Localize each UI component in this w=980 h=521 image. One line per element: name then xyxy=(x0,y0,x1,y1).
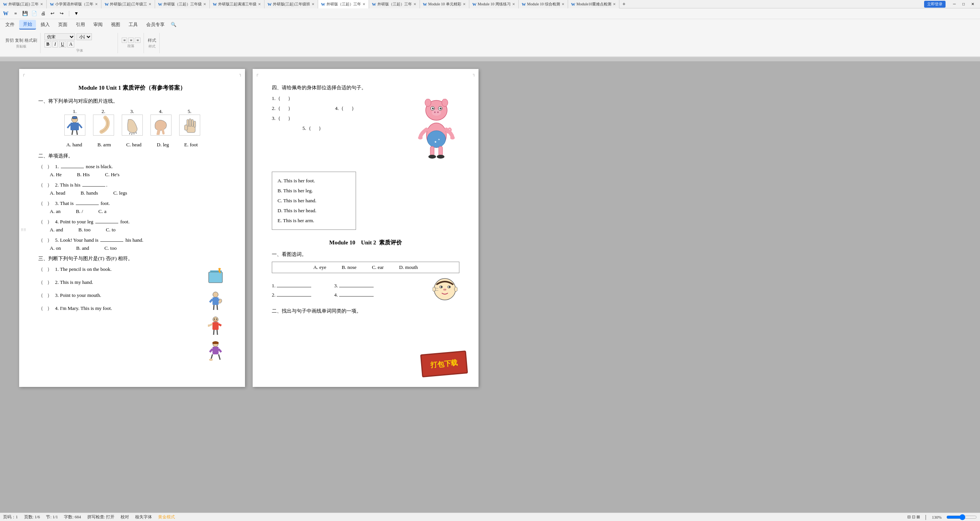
tab-4[interactable]: W 外研版（三起）三年级 ✕ xyxy=(155,0,210,8)
status-right: ⊟ ⊡ ⊠ │ 130% xyxy=(907,514,977,520)
tab-11[interactable]: W Module 10 综合检测 ✕ xyxy=(519,0,568,8)
mc-item-5: （ ） 5. Look! Your hand is his hand. A. o… xyxy=(38,237,226,251)
menu-tools[interactable]: 工具 xyxy=(125,20,142,29)
login-button[interactable]: 立即登录 xyxy=(924,1,946,8)
restore-button[interactable]: □ xyxy=(960,1,967,7)
fill-area: 1. 3. 2. 4. xyxy=(272,277,459,304)
word-select-box: A. eye B. nose C. ear D. mouth xyxy=(272,262,459,273)
svg-point-46 xyxy=(433,108,434,108)
tab-7[interactable]: W 外研版（三起）三年 ✕ xyxy=(318,0,369,8)
new-tab-button[interactable]: + xyxy=(619,0,629,8)
vocab-picture-row: 1. xyxy=(38,108,226,137)
undo-btn[interactable]: ↩ xyxy=(48,10,57,18)
vocab-item-3: 3. xyxy=(122,108,143,137)
svg-point-52 xyxy=(442,99,448,106)
svg-point-70 xyxy=(445,289,446,290)
right-page-corner-left: ┌ xyxy=(256,72,258,76)
new-btn[interactable]: 📄 xyxy=(30,10,38,18)
svg-line-8 xyxy=(132,133,132,135)
tab-10[interactable]: W Module 10 周练练习 ✕ xyxy=(469,0,519,8)
vocab-img-3 xyxy=(122,115,143,136)
quick-access-bar: W ≡ 💾 📄 🖨 ↩ ↪ │ ▼ xyxy=(0,8,980,19)
tab-bar: W 外研版(三起) 三年 ✕ W 小学英语外研版（三年 ✕ W 外研版(三起)三… xyxy=(0,0,924,8)
svg-point-56 xyxy=(450,136,455,139)
vocab-item-5: 5. xyxy=(179,108,200,137)
figure-mouth xyxy=(205,316,226,337)
right-page-corner-right: ┐ xyxy=(473,72,475,76)
svg-line-3 xyxy=(67,124,70,128)
tab-1[interactable]: W 外研版(三起) 三年 ✕ xyxy=(0,0,47,8)
svg-line-10 xyxy=(136,132,136,134)
mc-item-2: （ ） 2. This is his . A. head B. hands C.… xyxy=(38,182,226,196)
mc-item-4: （ ） 4. Point to your leg foot. A. and B.… xyxy=(38,218,226,233)
svg-point-67 xyxy=(449,286,450,288)
menu-view[interactable]: 视图 xyxy=(107,20,124,29)
answer-D: D. leg xyxy=(157,142,169,148)
zoom-slider[interactable] xyxy=(946,514,977,520)
page-corner-right: ┐ xyxy=(239,72,242,76)
menu-review[interactable]: 审阅 xyxy=(90,20,106,29)
svg-rect-14 xyxy=(191,120,193,126)
figure-hand xyxy=(205,291,226,312)
tab-5[interactable]: W 外研版三起满浦三年级 ✕ xyxy=(210,0,265,8)
status-section: 节: 1/1 xyxy=(46,514,58,520)
status-mode: 黄金模式 xyxy=(158,514,175,520)
redo-btn[interactable]: ↪ xyxy=(57,10,66,18)
svg-rect-15 xyxy=(194,121,196,127)
answer-A: A. hand xyxy=(66,142,82,148)
vocab-img-5 xyxy=(179,115,200,136)
print-btn[interactable]: 🖨 xyxy=(39,10,47,18)
right-page: ┌ ┐ 四、请给佩奇的身体部位选择合适的句子。 1.（ ） 2.（ ） 4.（ … xyxy=(253,69,479,387)
section4-title: 四、请给佩奇的身体部位选择合适的句子。 xyxy=(272,84,459,91)
tab-6[interactable]: W 外研版(三起)三年级班 ✕ xyxy=(265,0,318,8)
vocab-item-2: 2. xyxy=(93,108,114,137)
save-btn[interactable]: 💾 xyxy=(21,10,29,18)
tab-9[interactable]: W Module 10 单元精彩 ✕ xyxy=(420,0,469,8)
vocab-img-1 xyxy=(64,115,85,136)
module2-section1: 一、看图选词。 A. eye B. nose C. ear D. mouth 1… xyxy=(272,251,459,304)
status-view-icons[interactable]: ⊟ ⊡ ⊠ xyxy=(907,514,920,519)
menu-home[interactable]: 开始 xyxy=(19,20,36,29)
svg-point-44 xyxy=(432,108,434,110)
status-proofread: 校对 xyxy=(121,514,129,520)
download-stamp[interactable]: 打包下载 xyxy=(420,351,468,377)
minimize-button[interactable]: ─ xyxy=(951,1,958,7)
ribbon: 剪切复制格式刷 剪贴板 仿宋 小四 B I U A 字体 ≡ xyxy=(0,30,980,57)
page-corner-left: ┌ xyxy=(22,72,25,76)
tf-figures xyxy=(205,266,226,362)
menu-page[interactable]: 页面 xyxy=(54,20,71,29)
mc-item-1: （ ） 1. nose is black. A. He B. His C. He… xyxy=(38,163,226,178)
module2-section2-title: 二、找出与句子中画线单词同类的一项。 xyxy=(272,308,459,315)
answer-E: E. foot xyxy=(184,142,198,148)
menu-insert[interactable]: 插入 xyxy=(37,20,54,29)
svg-rect-37 xyxy=(212,347,219,354)
menu-bar: 文件 开始 插入 页面 引用 审阅 视图 工具 会员专享 🔍 xyxy=(0,19,980,30)
tf-item-3: （ ） 3. Point to your mouth. xyxy=(38,292,199,299)
close-button[interactable]: ✕ xyxy=(969,1,976,7)
face-figure xyxy=(433,277,459,304)
status-total-pages: 页数: 1/6 xyxy=(24,514,40,520)
quick-access-dropdown[interactable]: ▼ xyxy=(72,10,81,18)
fill-items: 1. 3. 2. 4. xyxy=(272,283,426,298)
svg-line-25 xyxy=(214,305,214,310)
svg-rect-22 xyxy=(212,297,219,305)
menu-member[interactable]: 会员专享 xyxy=(142,20,168,29)
status-spell: 拼写检查: 打开 xyxy=(87,514,115,520)
tab-3[interactable]: W 外研版(三起)三年级三 ✕ xyxy=(101,0,155,8)
toolbar-area: W ≡ 💾 📄 🖨 ↩ ↪ │ ▼ 文件 开始 插入 页面 引用 审阅 视图 工… xyxy=(0,8,980,57)
tab-8[interactable]: W 外研版（三起）三年 ✕ xyxy=(369,0,420,8)
module2-title: Module 10 Unit 2 素质评价 xyxy=(272,239,459,246)
svg-rect-1 xyxy=(72,116,77,119)
section2: 二、单项选择。 （ ） 1. nose is black. A. He B. H… xyxy=(38,152,226,251)
menu-file[interactable]: 文件 xyxy=(2,20,18,29)
menu-reference[interactable]: 引用 xyxy=(72,20,89,29)
status-zoom[interactable]: 130% xyxy=(932,515,942,519)
search-btn[interactable]: 🔍 xyxy=(169,20,178,29)
tab-12[interactable]: W Module10重难点检测 ✕ xyxy=(568,0,619,8)
svg-point-72 xyxy=(454,287,457,292)
svg-line-39 xyxy=(219,349,221,352)
svg-point-69 xyxy=(444,289,445,290)
tab-2[interactable]: W 小学英语外研版（三年 ✕ xyxy=(47,0,101,8)
svg-text:★: ★ xyxy=(434,140,437,144)
file-menu-btn[interactable]: ≡ xyxy=(11,10,20,18)
